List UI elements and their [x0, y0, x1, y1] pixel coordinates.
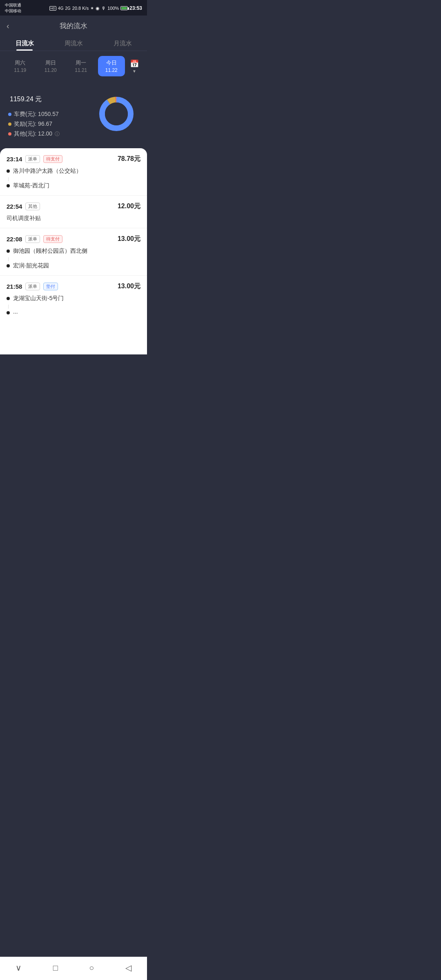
mic-icon: 🎙 [101, 6, 106, 11]
calendar-icon: 📅 [130, 59, 139, 68]
legend-bonus: 奖励(元): 96.67 [8, 120, 60, 128]
other-label: 其他(元): 12.00 [14, 130, 52, 138]
tx-header: 23:14 派单 待支付 78.78元 [7, 155, 140, 163]
route-point-to: 莘城苑-西北门 [7, 182, 140, 189]
carrier-info: 中国联通 中国移动 [5, 2, 21, 14]
tx-route: 洛川中路沪太路（公交站） 莘城苑-西北门 [7, 167, 140, 195]
bonus-label: 奖励(元): 96.67 [14, 120, 52, 128]
date-day-label: 周日 [40, 59, 62, 67]
route-point-from: 龙湖宝山天街-5号门 [7, 295, 140, 302]
fare-dot [8, 113, 11, 116]
hd-badge: HD [49, 6, 57, 11]
tx-header: 22:08 派单 待支付 13.00元 [7, 235, 140, 243]
transactions-list: 23:14 派单 待支付 78.78元 洛川中路沪太路（公交站） 莘城苑-西北门… [0, 148, 147, 354]
date-item-sat[interactable]: 周六 11.19 [7, 56, 34, 76]
route-line [8, 257, 9, 261]
date-num-label: 11.19 [9, 67, 31, 73]
svg-point-3 [105, 102, 128, 125]
route-dot [7, 311, 10, 314]
tx-amount: 12.00元 [118, 202, 140, 211]
legend-fare: 车费(元): 1050.57 [8, 111, 60, 118]
transaction-item: 23:14 派单 待支付 78.78元 洛川中路沪太路（公交站） 莘城苑-西北门 [0, 148, 147, 196]
tx-route: 龙湖宝山天街-5号门 ··· [7, 295, 140, 322]
tx-left: 22:08 派单 待支付 [7, 235, 62, 243]
tx-amount: 78.78元 [118, 155, 140, 163]
location-icon: ◉ [96, 6, 100, 11]
tx-left: 23:14 派单 待支付 [7, 155, 62, 163]
time-label: 23:53 [129, 5, 142, 11]
route-line [8, 177, 9, 181]
date-day-label: 周六 [9, 59, 31, 67]
tx-tag-other: 其他 [25, 203, 40, 210]
donut-svg [94, 91, 139, 136]
tx-tag-dispatch: 派单 [25, 155, 40, 163]
battery-label: 100% [107, 6, 119, 11]
summary-section: 1159.24元 车费(元): 1050.57 奖励(元): 96.67 其他(… [0, 81, 147, 148]
tab-daily[interactable]: 日流水 [0, 35, 49, 51]
route-to-label: 莘城苑-西北门 [13, 182, 49, 189]
route-from-label: 龙湖宝山天街-5号门 [13, 295, 64, 302]
date-day-label: 今日 [100, 59, 123, 67]
tx-time: 21:58 [7, 283, 22, 290]
transaction-item: 22:08 派单 待支付 13.00元 御池园（顾村公园店）西北侧 宏润·韶光花… [0, 228, 147, 276]
signal-2g: 2G [65, 6, 70, 11]
route-point-to: 宏润·韶光花园 [7, 262, 140, 270]
tx-status-tag: 垫付 [43, 283, 58, 290]
date-num-label: 11.21 [70, 67, 92, 73]
tx-time: 23:14 [7, 156, 22, 163]
tab-monthly[interactable]: 月流水 [98, 35, 147, 51]
date-selector: 周六 11.19 周日 11.20 周一 11.21 今日 11.22 📅 ▼ [0, 51, 147, 81]
other-dot [8, 132, 11, 136]
route-dot [7, 297, 10, 300]
battery-icon [120, 6, 128, 10]
tx-amount: 13.00元 [118, 282, 140, 291]
tx-left: 21:58 派单 垫付 [7, 283, 58, 290]
route-to-label: ··· [13, 310, 18, 316]
tx-time: 22:08 [7, 236, 22, 243]
fare-label: 车费(元): 1050.57 [14, 111, 59, 118]
carrier2-label: 中国移动 [5, 8, 21, 14]
tx-route: 御池园（顾村公园店）西北侧 宏润·韶光花园 [7, 247, 140, 275]
tab-weekly[interactable]: 周流水 [49, 35, 98, 51]
bonus-dot [8, 122, 11, 126]
page-header: ‹ 我的流水 [0, 16, 147, 35]
route-point-from: 洛川中路沪太路（公交站） [7, 167, 140, 175]
route-from-label: 御池园（顾村公园店）西北侧 [13, 247, 87, 255]
date-item-mon[interactable]: 周一 11.21 [67, 56, 95, 76]
route-point-to: ··· [7, 310, 140, 316]
tx-tag-dispatch: 派单 [25, 283, 40, 290]
amount-unit: 元 [35, 96, 42, 102]
route-line [8, 305, 9, 309]
date-item-today[interactable]: 今日 11.22 [98, 56, 125, 76]
tx-desc: 司机调度补贴 [7, 215, 140, 228]
signal-4g: 4G [58, 6, 63, 11]
date-num-label: 11.22 [100, 67, 123, 73]
status-right: HD 4G 2G 20.8 K/s ✶ ◉ 🎙 100% 23:53 [49, 5, 142, 11]
tx-status-tag: 待支付 [43, 155, 62, 163]
date-day-label: 周一 [70, 59, 92, 67]
transaction-item: 21:58 派单 垫付 13.00元 龙湖宝山天街-5号门 ··· [0, 276, 147, 354]
tx-time: 22:54 [7, 203, 22, 210]
tx-left: 22:54 其他 [7, 203, 40, 210]
calendar-button[interactable]: 📅 ▼ [128, 58, 140, 75]
date-num-label: 11.20 [40, 67, 62, 73]
tx-status-tag: 待支付 [43, 235, 62, 243]
date-item-sun[interactable]: 周日 11.20 [37, 56, 65, 76]
summary-left: 1159.24元 车费(元): 1050.57 奖励(元): 96.67 其他(… [8, 88, 60, 140]
carrier1-label: 中国联通 [5, 2, 21, 8]
total-amount: 1159.24元 [8, 88, 60, 105]
legend-other: 其他(元): 12.00 ⓘ [8, 130, 60, 138]
tx-header: 22:54 其他 12.00元 [7, 202, 140, 211]
donut-chart [94, 91, 139, 136]
page-title: 我的流水 [60, 21, 87, 31]
route-to-label: 宏润·韶光花园 [13, 262, 49, 270]
bluetooth-icon: ✶ [90, 6, 94, 11]
tx-amount: 13.00元 [118, 235, 140, 243]
status-bar: 中国联通 中国移动 HD 4G 2G 20.8 K/s ✶ ◉ 🎙 100% 2… [0, 0, 147, 16]
tx-header: 21:58 派单 垫付 13.00元 [7, 282, 140, 291]
speed-label: 20.8 K/s [72, 6, 89, 11]
back-button[interactable]: ‹ [7, 21, 9, 31]
route-dot [7, 264, 10, 267]
route-dot [7, 169, 10, 173]
tx-tag-dispatch: 派单 [25, 235, 40, 243]
